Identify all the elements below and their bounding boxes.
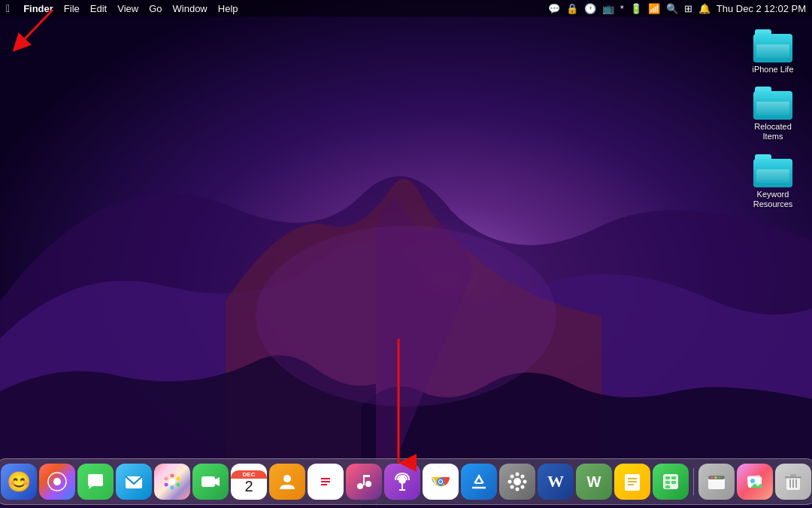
svg-point-16 xyxy=(283,475,291,482)
calendar-month: DEC xyxy=(231,470,267,479)
svg-point-37 xyxy=(516,488,520,491)
svg-point-35 xyxy=(514,478,521,485)
svg-point-21 xyxy=(357,483,363,489)
svg-rect-49 xyxy=(665,476,670,479)
dock-item-notes[interactable] xyxy=(614,464,650,500)
wifi-icon[interactable]: 📶 xyxy=(648,3,660,14)
menubar-finder[interactable]: Finder xyxy=(23,3,53,14)
svg-rect-50 xyxy=(671,476,676,479)
apple-menu[interactable]:  xyxy=(6,2,10,14)
svg-rect-66 xyxy=(785,476,801,479)
dock-item-facetime[interactable] xyxy=(192,464,229,500)
calendar-day: 2 xyxy=(244,479,253,494)
bluetooth-icon[interactable]: * xyxy=(620,3,624,14)
svg-point-12 xyxy=(165,483,168,487)
svg-rect-51 xyxy=(665,481,670,484)
svg-point-38 xyxy=(508,480,512,484)
svg-point-36 xyxy=(516,473,520,476)
svg-point-42 xyxy=(511,485,514,489)
svg-point-10 xyxy=(177,483,180,487)
display-icon[interactable]: 📺 xyxy=(602,3,614,14)
svg-rect-44 xyxy=(625,474,640,491)
svg-rect-14 xyxy=(201,476,215,487)
dock-item-finder[interactable]: 😊 xyxy=(1,464,37,500)
folder-icon-iphone-life xyxy=(753,29,792,62)
control-center-icon[interactable]: ⊞ xyxy=(684,3,692,14)
desktop-icons: iPhone Life Relocated Items KeywordResou… xyxy=(743,26,803,212)
notification-icon[interactable]: 🔔 xyxy=(698,3,710,14)
dock: 😊 xyxy=(0,458,812,505)
desktop-icon-iphone-life[interactable]: iPhone Life xyxy=(743,26,803,78)
svg-point-39 xyxy=(523,480,527,484)
dock-item-files[interactable] xyxy=(698,464,735,500)
datetime-display: Thu Dec 2 12:02 PM xyxy=(717,3,806,14)
dock-item-appstore[interactable] xyxy=(461,464,497,500)
menubar:  Finder File Edit View Go Window Help 💬… xyxy=(0,0,812,17)
dock-item-photos[interactable] xyxy=(154,464,190,500)
svg-marker-15 xyxy=(215,477,220,486)
dock-item-messages[interactable] xyxy=(77,464,114,500)
svg-rect-52 xyxy=(671,481,676,484)
menubar-view[interactable]: View xyxy=(117,3,138,14)
timemachine-icon[interactable]: 🕐 xyxy=(584,3,596,14)
svg-point-62 xyxy=(750,479,755,483)
dock-separator xyxy=(693,468,694,495)
dock-item-photo-stack[interactable] xyxy=(737,464,773,500)
svg-point-43 xyxy=(521,485,525,489)
dock-item-reminders[interactable] xyxy=(308,464,344,500)
svg-point-5 xyxy=(53,478,61,485)
desktop:  Finder File Edit View Go Window Help 💬… xyxy=(0,0,812,508)
svg-point-8 xyxy=(171,474,174,478)
menubar-go[interactable]: Go xyxy=(149,3,162,14)
svg-rect-53 xyxy=(665,485,670,488)
menubar-window[interactable]: Window xyxy=(173,3,208,14)
dock-item-music[interactable] xyxy=(346,464,382,500)
svg-point-58 xyxy=(719,476,721,479)
folder-icon-relocated-items xyxy=(753,87,792,120)
wechat-icon[interactable]: 💬 xyxy=(548,3,560,14)
svg-point-11 xyxy=(171,486,174,490)
desktop-icon-label-iphone-life: iPhone Life xyxy=(752,65,793,75)
dock-item-contacts[interactable] xyxy=(269,464,305,500)
vpn-icon[interactable]: 🔒 xyxy=(566,3,578,14)
desktop-icon-label-keyword-resources: KeywordResources xyxy=(753,190,793,209)
menubar-help[interactable]: Help xyxy=(218,3,238,14)
dock-item-mail[interactable] xyxy=(116,464,152,500)
dock-item-podcasts[interactable] xyxy=(384,464,420,500)
menubar-edit[interactable]: Edit xyxy=(90,3,107,14)
dock-item-word[interactable]: W xyxy=(538,464,574,500)
svg-point-57 xyxy=(715,476,717,479)
desktop-icon-relocated-items[interactable]: Relocated Items xyxy=(743,84,803,144)
desktop-icon-label-relocated-items: Relocated Items xyxy=(746,122,800,141)
svg-point-13 xyxy=(165,477,168,481)
svg-point-32 xyxy=(439,480,442,483)
dock-item-system-preferences[interactable] xyxy=(499,464,535,500)
dock-item-calendar[interactable]: DEC 2 xyxy=(231,464,267,500)
dock-item-wordle[interactable]: W xyxy=(576,464,612,500)
dock-item-chrome[interactable] xyxy=(423,464,459,500)
desktop-icon-keyword-resources[interactable]: KeywordResources xyxy=(743,151,803,212)
svg-point-1 xyxy=(256,226,556,406)
svg-point-22 xyxy=(365,481,371,487)
svg-rect-24 xyxy=(363,475,370,477)
battery-icon[interactable]: 🔋 xyxy=(630,3,642,14)
menubar-file[interactable]: File xyxy=(64,3,80,14)
dock-item-numbers[interactable] xyxy=(653,464,689,500)
svg-point-41 xyxy=(521,475,525,479)
dock-item-trash[interactable] xyxy=(775,464,811,500)
search-icon[interactable]: 🔍 xyxy=(666,3,678,14)
dock-item-launchpad[interactable] xyxy=(39,464,75,500)
folder-icon-keyword-resources xyxy=(753,154,792,187)
desktop-background xyxy=(0,0,812,508)
svg-point-25 xyxy=(398,476,406,484)
svg-point-40 xyxy=(511,475,514,479)
svg-point-56 xyxy=(711,476,714,479)
svg-point-9 xyxy=(177,477,180,481)
svg-point-7 xyxy=(169,479,175,485)
